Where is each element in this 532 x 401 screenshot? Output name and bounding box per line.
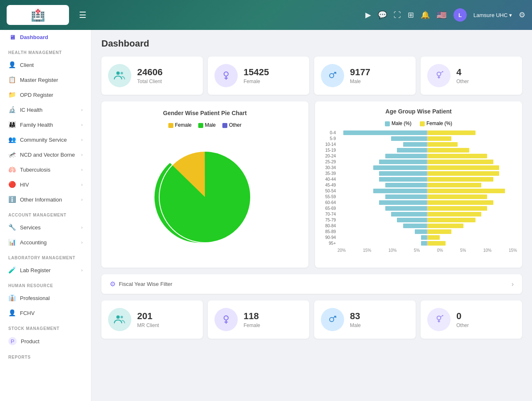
- bell-icon[interactable]: 🔔: [421, 10, 430, 20]
- settings-icon[interactable]: ⚙: [519, 10, 525, 20]
- svg-point-19: [330, 317, 334, 322]
- sidebar-community-service-label: Community Service: [20, 137, 67, 143]
- male-number: 9177: [350, 67, 409, 78]
- svg-point-2: [224, 72, 228, 76]
- pyramid-row: 10-14: [320, 142, 517, 147]
- fiscal-filter[interactable]: ⚙ Fiscal Year Wise Filter ›: [101, 274, 522, 294]
- sidebar-lab-label: Lab Register: [20, 267, 51, 273]
- sidebar-item-lab-register[interactable]: 🧪 Lab Register ›: [0, 263, 91, 278]
- pyramid-row: 35-39: [320, 171, 517, 176]
- sidebar-product-label: Product: [21, 338, 39, 344]
- pyramid-row-bars: [337, 229, 517, 234]
- grid-icon[interactable]: ⊞: [408, 10, 414, 20]
- legend-female: Female: [168, 122, 192, 128]
- legend-male-pct: Male (%): [385, 121, 411, 126]
- pyramid-row-label: 25-29: [320, 160, 336, 164]
- pyramid-row-label: 75-79: [320, 218, 336, 222]
- sidebar-item-product[interactable]: P Product: [0, 333, 91, 349]
- section-lab-management: LABORATORY MANAGEMENT: [0, 250, 91, 263]
- community-service-icon: 👥: [8, 136, 16, 143]
- sidebar-family-health-label: Family Health: [20, 122, 53, 128]
- sidebar-opd-label: OPD Register: [20, 92, 53, 98]
- opd-icon: 📁: [8, 91, 16, 98]
- pie-chart-card: Gender Wise Patient Pie Chart Female Mal…: [101, 101, 308, 268]
- user-name[interactable]: Lamsure UHC ▾: [473, 12, 512, 18]
- sidebar-client-label: Client: [20, 62, 34, 68]
- sidebar-item-services[interactable]: 🔧 Services ›: [0, 220, 91, 235]
- chevron-icon: ›: [81, 107, 83, 112]
- stat-card-bottom-female: 118 Female: [208, 300, 309, 339]
- fiscal-chevron-icon: ›: [512, 280, 514, 288]
- chevron-icon: ›: [81, 240, 83, 245]
- pyramid-row: 30-34: [320, 165, 517, 170]
- sidebar-item-dashboard[interactable]: 🖥 Dashboard: [0, 30, 91, 44]
- sidebar-item-tuberculosis[interactable]: 🫁 Tuberculosis ›: [0, 162, 91, 177]
- sidebar-item-client[interactable]: 👤 Client: [0, 57, 91, 72]
- pyramid-row: 20-24: [320, 154, 517, 158]
- svg-point-0: [116, 71, 120, 75]
- stat-info-mr-client: 201 MR Client: [137, 311, 196, 328]
- flag-icon[interactable]: 🇺🇸: [436, 10, 447, 20]
- stat-info-female: 15425 Female: [244, 67, 303, 84]
- top-navigation: 🏥 ☰ ▶ 💬 ⛶ ⊞ 🔔 🇺🇸 L Lamsure UHC ▾ ⚙: [0, 0, 532, 30]
- section-reports: REPORTS: [0, 349, 91, 362]
- svg-point-14: [116, 315, 120, 319]
- legend-male: Male: [198, 122, 216, 128]
- sidebar-tuberculosis-label: Tuberculosis: [20, 167, 50, 173]
- stat-cards-bottom: 201 MR Client 118 Female: [101, 300, 522, 339]
- page-title: Dashboard: [101, 38, 522, 49]
- total-client-label: Total Client: [137, 79, 196, 84]
- sidebar-item-ncd-vector[interactable]: 🦟 NCD and Vector Borne ›: [0, 147, 91, 162]
- sidebar-item-master-register[interactable]: 📋 Master Register: [0, 72, 91, 87]
- pyramid-row: 40-44: [320, 177, 517, 182]
- pyramid-row-bars: [337, 206, 517, 211]
- sidebar-services-label: Services: [20, 224, 41, 231]
- sidebar-item-opd-register[interactable]: 📁 OPD Register: [0, 87, 91, 102]
- svg-point-1: [121, 72, 123, 74]
- bottom-other-number: 0: [456, 311, 515, 322]
- mr-client-number: 201: [137, 311, 196, 322]
- sidebar-accounting-label: Accounting: [20, 239, 47, 246]
- pyramid-row-label: 10-14: [320, 142, 336, 147]
- bottom-female-label: Female: [244, 322, 303, 328]
- sidebar-item-family-health[interactable]: 👨‍👩‍👧 Family Health ›: [0, 117, 91, 132]
- sidebar-item-community-service[interactable]: 👥 Community Service ›: [0, 132, 91, 147]
- pyramid-x-axis: 20%15%10%5%0%5%10%15%: [320, 248, 517, 253]
- legend-other: Other: [222, 122, 241, 128]
- fullscreen-icon[interactable]: ⛶: [394, 11, 401, 20]
- sidebar-item-hiv[interactable]: 🔴 HIV ›: [0, 177, 91, 192]
- hamburger-button[interactable]: ☰: [79, 10, 86, 20]
- female-icon: [214, 64, 238, 87]
- sidebar-item-other-info[interactable]: ℹ️ Other Information ›: [0, 192, 91, 207]
- lab-icon: 🧪: [8, 266, 16, 274]
- sidebar-item-accounting[interactable]: 📊 Accounting ›: [0, 235, 91, 250]
- sidebar-other-info-label: Other Information: [20, 197, 62, 203]
- fchv-icon: 👤: [8, 309, 16, 317]
- sidebar-item-fchv[interactable]: 👤 FCHV: [0, 305, 91, 320]
- pyramid-row-label: 85-89: [320, 229, 336, 234]
- pyramid-row-label: 45-49: [320, 183, 336, 187]
- pyramid-row-bars: [337, 142, 517, 147]
- pyramid-row-label: 40-44: [320, 177, 336, 182]
- family-health-icon: 👨‍👩‍👧: [8, 121, 16, 128]
- sidebar-hiv-label: HIV: [20, 182, 29, 188]
- pyramid-legend: Male (%) Female (%): [320, 121, 517, 126]
- chat-icon[interactable]: 💬: [378, 10, 387, 20]
- professional-icon: 👔: [8, 294, 16, 302]
- video-icon[interactable]: ▶: [365, 10, 371, 20]
- male-label: Male: [350, 79, 409, 84]
- pyramid-row: 65-69: [320, 206, 517, 211]
- pyramid-row: 90-94: [320, 235, 517, 240]
- sidebar-item-ic-health[interactable]: 🔬 IC Health ›: [0, 102, 91, 117]
- pyramid-row: 15-19: [320, 148, 517, 153]
- pyramid-row: 85-89: [320, 229, 517, 234]
- tuberculosis-icon: 🫁: [8, 166, 16, 173]
- mr-client-label: MR Client: [137, 322, 196, 328]
- sidebar-item-professional[interactable]: 👔 Professional: [0, 290, 91, 305]
- stat-info-bottom-male: 83 Male: [350, 311, 409, 328]
- pyramid-row-label: 80-84: [320, 224, 336, 228]
- pyramid-row: 95+: [320, 241, 517, 246]
- accounting-icon: 📊: [8, 239, 16, 246]
- svg-point-5: [330, 74, 334, 78]
- sidebar-master-register-label: Master Register: [20, 77, 58, 83]
